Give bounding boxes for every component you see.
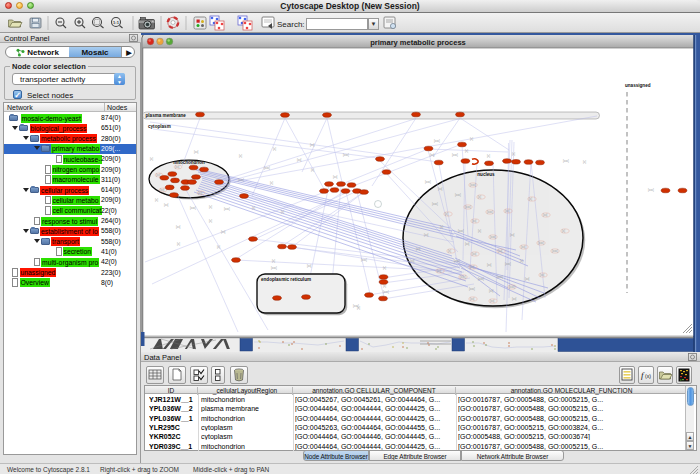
svg-text:[x]: [x] — [529, 197, 532, 201]
svg-text:[x]: [x] — [177, 242, 180, 246]
svg-text:[xx]: [xx] — [333, 175, 338, 179]
svg-text:[xx]: [xx] — [221, 230, 226, 234]
svg-text:[xxx]: [xxx] — [271, 266, 277, 270]
svg-text:[xx]: [xx] — [498, 249, 503, 253]
svg-text:plasma membrane: plasma membrane — [146, 113, 187, 118]
svg-text:primary metabolic process: primary metabolic process — [370, 38, 465, 47]
svg-text:[x]: [x] — [311, 168, 314, 172]
svg-text:[x]: [x] — [478, 229, 481, 233]
svg-text:[xx]: [xx] — [510, 233, 515, 237]
svg-text:[xx]: [xx] — [410, 259, 415, 263]
svg-text:[xxx]: [xxx] — [478, 277, 484, 281]
svg-text:[x]: [x] — [478, 195, 481, 199]
svg-text:[xxx]: [xxx] — [190, 206, 196, 210]
svg-text:[xxx]: [xxx] — [452, 153, 458, 157]
svg-text:[xx]: [xx] — [512, 297, 517, 301]
svg-text:[xxx]: [xxx] — [509, 285, 515, 289]
svg-text:[xx]: [xx] — [307, 264, 312, 268]
svg-text:[x]: [x] — [217, 245, 220, 249]
svg-text:[x]: [x] — [583, 160, 586, 164]
svg-text:[x]: [x] — [239, 154, 242, 158]
svg-text:[xxx]: [xxx] — [465, 205, 471, 209]
svg-text:[xx]: [xx] — [438, 187, 443, 191]
svg-text:[xxx]: [xxx] — [361, 258, 367, 262]
svg-text:endoplasmic reticulum: endoplasmic reticulum — [261, 277, 311, 282]
svg-text:[xx]: [xx] — [470, 265, 475, 269]
svg-text:[xx]: [xx] — [198, 191, 203, 195]
svg-text:[xxx]: [xxx] — [563, 159, 569, 163]
svg-text:[x]: [x] — [155, 198, 158, 202]
svg-text:[xx]: [xx] — [175, 165, 180, 169]
svg-text:[xxx]: [xxx] — [238, 178, 244, 182]
svg-text:[xx]: [xx] — [424, 233, 429, 237]
svg-text:[x]: [x] — [448, 249, 451, 253]
svg-text:1:1: 1:1 — [113, 20, 120, 25]
svg-text:cytoplasm: cytoplasm — [148, 124, 171, 129]
svg-text:[xx]: [xx] — [437, 269, 442, 273]
svg-text:nucleus: nucleus — [477, 172, 495, 177]
svg-text:[xx]: [xx] — [540, 273, 545, 277]
svg-text:[xx]: [xx] — [465, 242, 470, 246]
svg-text:[xxx]: [xxx] — [425, 180, 431, 184]
svg-text:[xxx]: [xxx] — [538, 241, 544, 245]
svg-text:mitochondrion: mitochondrion — [173, 160, 205, 165]
svg-text:[xx]: [xx] — [156, 173, 161, 177]
svg-text:[xx]: [xx] — [487, 263, 492, 267]
svg-text:[x]: [x] — [281, 210, 284, 214]
svg-text:[xxx]: [xxx] — [383, 290, 389, 294]
svg-text:[x]: [x] — [209, 219, 212, 223]
svg-text:[xxx]: [xxx] — [497, 275, 503, 279]
svg-text:[xxx]: [xxx] — [552, 249, 558, 253]
svg-text:[xx]: [xx] — [164, 203, 169, 207]
svg-text:[x]: [x] — [150, 157, 153, 161]
svg-text:[xxx]: [xxx] — [458, 229, 464, 233]
svg-text:[xx]: [xx] — [472, 252, 477, 256]
svg-text:[xxx]: [xxx] — [469, 287, 475, 291]
svg-text:[xx]: [xx] — [430, 153, 435, 157]
svg-text:[x]: [x] — [520, 259, 523, 263]
svg-text:[x]: [x] — [487, 154, 490, 158]
svg-text:[x]: [x] — [272, 259, 275, 263]
svg-text:[xx]: [xx] — [521, 245, 526, 249]
svg-text:[xx]: [xx] — [160, 188, 165, 192]
svg-text:[xxx]: [xxx] — [454, 259, 460, 263]
svg-text:[x]: [x] — [383, 284, 386, 288]
svg-text:[xx]: [xx] — [297, 158, 302, 162]
svg-text:[xxx]: [xxx] — [343, 153, 349, 157]
svg-text:[x]: [x] — [470, 137, 473, 141]
svg-text:[xx]: [xx] — [472, 219, 477, 223]
svg-text:[xxx]: [xxx] — [434, 139, 440, 143]
svg-text:[x]: [x] — [512, 152, 515, 156]
svg-text:[x]: [x] — [252, 206, 255, 210]
svg-text:[x]: [x] — [445, 212, 448, 216]
svg-text:[xx]: [xx] — [525, 277, 530, 281]
svg-text:[xxx]: [xxx] — [264, 166, 270, 170]
svg-text:[xxx]: [xxx] — [470, 183, 476, 187]
svg-text:[xxx]: [xxx] — [353, 304, 359, 308]
svg-text:[x]: [x] — [383, 266, 386, 270]
svg-text:[xx]: [xx] — [490, 299, 495, 303]
svg-text:[xxx]: [xxx] — [432, 202, 438, 206]
svg-text:[xxx]: [xxx] — [505, 262, 511, 266]
svg-text:unassigned: unassigned — [625, 83, 651, 88]
svg-text:(x): (x) — [645, 373, 651, 379]
svg-text:[xx]: [xx] — [310, 143, 315, 147]
svg-text:[xxx]: [xxx] — [455, 193, 461, 197]
svg-text:[x]: [x] — [209, 205, 212, 209]
svg-text:[xx]: [xx] — [489, 289, 494, 293]
svg-text:[xxx]: [xxx] — [648, 188, 654, 192]
svg-text:[x]: [x] — [273, 147, 276, 151]
svg-text:[xx]: [xx] — [543, 213, 548, 217]
svg-text:[xxx]: [xxx] — [487, 210, 493, 214]
svg-text:[x]: [x] — [270, 181, 273, 185]
svg-text:[x]: [x] — [440, 225, 443, 229]
svg-text:[x]: [x] — [562, 229, 565, 233]
svg-text:[xx]: [xx] — [416, 247, 421, 251]
svg-text:[xx]: [xx] — [470, 297, 475, 301]
svg-text:[xxx]: [xxx] — [490, 235, 496, 239]
svg-text:[xx]: [xx] — [505, 209, 510, 213]
svg-text:[xxx]: [xxx] — [224, 207, 230, 211]
svg-text:[xx]: [xx] — [176, 225, 181, 229]
svg-text:[xxx]: [xxx] — [460, 275, 466, 279]
svg-text:[xx]: [xx] — [194, 150, 199, 154]
